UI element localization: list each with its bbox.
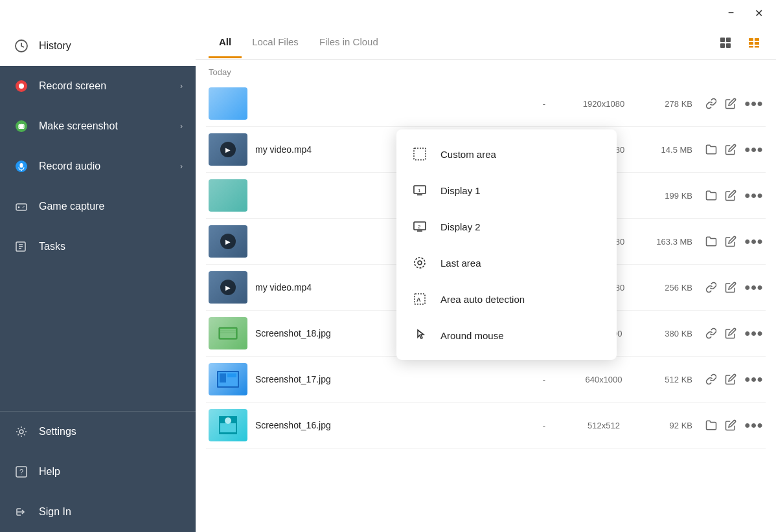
dropdown-item-display-1[interactable]: 1 Display 1 <box>396 172 617 208</box>
svg-rect-28 <box>749 42 753 45</box>
dropdown-item-custom-area-label: Custom area <box>440 149 496 160</box>
link-icon[interactable] <box>705 282 717 293</box>
more-icon[interactable]: ●●● <box>744 327 763 339</box>
edit-icon[interactable] <box>725 327 736 339</box>
sidebar-item-tasks-label: Tasks <box>39 241 65 252</box>
sidebar-item-record-screen[interactable]: Record screen › <box>0 66 196 106</box>
svg-point-51 <box>418 261 422 265</box>
svg-rect-8 <box>20 163 23 168</box>
edit-icon[interactable] <box>725 98 736 109</box>
tab-all[interactable]: All <box>209 27 242 58</box>
sidebar-item-settings[interactable]: Settings <box>0 412 196 452</box>
svg-point-42 <box>225 417 231 424</box>
file-actions: ●●● <box>705 327 763 339</box>
around-mouse-icon <box>411 326 429 344</box>
sidebar-item-signin-label: Sign In <box>39 506 71 518</box>
file-size: 14.5 MB <box>641 145 692 155</box>
folder-icon[interactable] <box>705 236 717 247</box>
svg-rect-30 <box>749 46 753 48</box>
more-icon[interactable]: ●●● <box>744 419 763 431</box>
svg-rect-27 <box>755 38 759 41</box>
sidebar-item-history[interactable]: History <box>0 26 196 66</box>
clock-icon <box>13 38 30 54</box>
display1-icon: 1 <box>411 181 429 199</box>
sidebar-item-game-label: Game capture <box>39 201 104 212</box>
file-size: 163.3 MB <box>641 237 692 247</box>
edit-icon[interactable] <box>725 373 736 385</box>
chevron-right-icon: › <box>180 82 183 91</box>
dropdown-item-area-auto-label: Area auto detection <box>440 294 525 305</box>
dropdown-item-custom-area[interactable]: Custom area <box>396 136 617 172</box>
file-actions: ●●● <box>705 373 763 385</box>
file-resolution: 512x512 <box>575 421 633 430</box>
edit-icon[interactable] <box>725 144 736 155</box>
sidebar-item-settings-label: Settings <box>39 426 76 438</box>
file-actions: ●●● <box>705 144 763 155</box>
link-icon[interactable] <box>705 98 717 109</box>
display2-icon: 2 <box>411 217 429 236</box>
svg-text:2: 2 <box>418 224 421 230</box>
file-size: 512 KB <box>641 375 692 384</box>
settings-icon <box>13 423 30 440</box>
more-icon[interactable]: ●●● <box>744 282 763 293</box>
more-icon[interactable]: ●●● <box>744 373 763 385</box>
svg-text:A: A <box>417 296 421 303</box>
dropdown-item-display-2[interactable]: 2 Display 2 <box>396 208 617 245</box>
close-button[interactable]: ✕ <box>749 5 768 22</box>
file-size: 278 KB <box>641 99 692 109</box>
tab-files-in-cloud[interactable]: Files in Cloud <box>309 27 389 58</box>
sidebar-spacer <box>0 267 196 411</box>
file-duration: - <box>521 375 567 384</box>
sidebar-item-signin[interactable]: Sign In <box>0 492 196 532</box>
main-layout: History Record screen › <box>0 26 776 532</box>
folder-icon[interactable] <box>705 144 717 155</box>
link-icon[interactable] <box>705 373 717 385</box>
sidebar-item-game[interactable]: Game capture <box>0 186 196 227</box>
more-icon[interactable]: ●●● <box>744 144 763 155</box>
more-icon[interactable]: ●●● <box>744 98 763 109</box>
sidebar-item-help[interactable]: ? Help <box>0 452 196 492</box>
sidebar-item-screenshot[interactable]: Make screenshot › <box>0 106 196 146</box>
file-actions: ●●● <box>705 98 763 109</box>
file-size: 92 KB <box>641 421 692 430</box>
sidebar-item-audio[interactable]: Record audio › <box>0 146 196 186</box>
link-icon[interactable] <box>705 327 717 339</box>
screenshot-dropdown: Custom area 1 Display 1 2 <box>396 129 617 360</box>
minimize-button[interactable]: − <box>723 5 739 21</box>
tab-local-files[interactable]: Local Files <box>242 27 309 58</box>
svg-text:1: 1 <box>418 188 421 194</box>
svg-point-2 <box>19 83 24 89</box>
file-thumbnail <box>209 179 247 212</box>
dropdown-item-display1-label: Display 1 <box>440 185 481 196</box>
sidebar-item-tasks[interactable]: Tasks <box>0 227 196 267</box>
file-thumbnail: ▶ <box>209 225 247 258</box>
folder-icon[interactable] <box>705 190 717 201</box>
file-size: 380 KB <box>641 329 692 338</box>
list-view-button[interactable] <box>745 34 763 52</box>
edit-icon[interactable] <box>725 419 736 431</box>
custom-area-icon <box>411 145 429 163</box>
edit-icon[interactable] <box>725 236 736 247</box>
chevron-right-icon: › <box>180 122 183 131</box>
file-thumbnail <box>209 409 247 441</box>
dropdown-item-around-mouse-label: Around mouse <box>440 330 504 341</box>
edit-icon[interactable] <box>725 190 736 201</box>
edit-icon[interactable] <box>725 282 736 293</box>
more-icon[interactable]: ●●● <box>744 236 763 247</box>
more-icon[interactable]: ●●● <box>744 190 763 201</box>
file-row: Screenshot_16.jpg - 512x512 92 KB <box>206 403 766 449</box>
sidebar-item-audio-label: Record audio <box>39 161 100 172</box>
file-size: 199 KB <box>641 191 692 201</box>
svg-rect-33 <box>220 329 236 338</box>
tab-actions <box>716 34 763 52</box>
folder-icon[interactable] <box>705 419 717 431</box>
audio-icon <box>13 158 30 175</box>
svg-rect-10 <box>16 204 27 210</box>
title-bar: − ✕ <box>0 0 776 26</box>
dropdown-item-last-area[interactable]: Last area <box>396 245 617 281</box>
dropdown-item-around-mouse[interactable]: Around mouse <box>396 317 617 353</box>
dropdown-item-area-auto[interactable]: A Area auto detection <box>396 281 617 317</box>
grid-view-button[interactable] <box>716 34 735 52</box>
tabs-bar: All Local Files Files in Cloud <box>196 26 776 60</box>
record-icon <box>13 78 30 94</box>
